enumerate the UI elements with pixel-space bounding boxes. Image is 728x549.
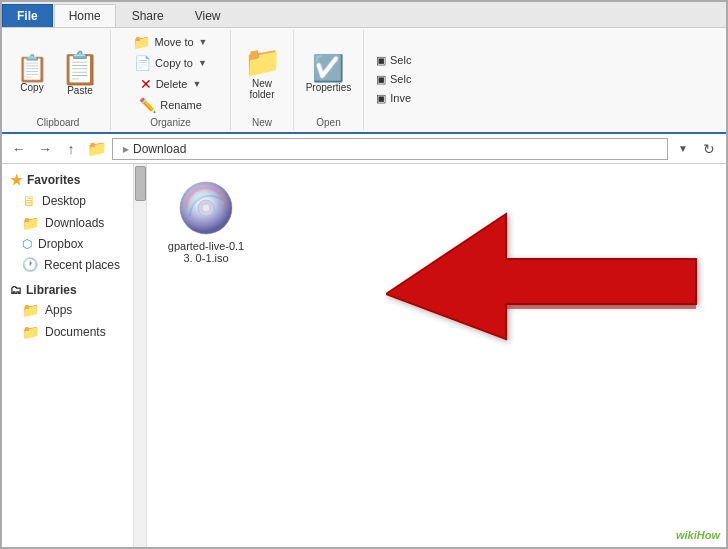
clipboard-group: 📋 Copy 📋 Paste Clipboard — [6, 30, 111, 130]
move-to-label: Move to — [154, 36, 193, 48]
organize-buttons: 📁 Move to ▼ 📄 Copy to ▼ ✕ Delete ▼ ✏️ Re… — [127, 32, 213, 115]
favorites-label: Favorites — [27, 173, 80, 187]
copy-icon: 📋 — [16, 55, 48, 81]
refresh-button[interactable]: ↻ — [698, 138, 720, 160]
select-group: ▣ Selc ▣ Selc ▣ Inve — [364, 30, 423, 130]
svg-point-3 — [202, 204, 210, 212]
rename-label: Rename — [160, 99, 202, 111]
properties-button[interactable]: ☑️ Properties — [302, 53, 356, 95]
star-icon: ★ — [10, 172, 23, 188]
sidebar-item-documents[interactable]: 📁 Documents — [2, 321, 146, 343]
wikihow-suffix: How — [697, 529, 720, 541]
new-group-label: New — [252, 115, 272, 128]
sidebar-item-apps[interactable]: 📁 Apps — [2, 299, 146, 321]
properties-label: Properties — [306, 82, 352, 93]
tab-view[interactable]: View — [180, 4, 236, 27]
new-folder-icon: 📁 — [244, 47, 281, 77]
scrollbar-thumb[interactable] — [135, 166, 146, 201]
select-buttons: ▣ Selc ▣ Selc ▣ Inve — [370, 32, 417, 126]
downloads-label: Downloads — [45, 216, 104, 230]
move-to-button[interactable]: 📁 Move to ▼ — [127, 32, 213, 52]
desktop-icon: 🖥 — [22, 193, 36, 209]
address-path[interactable]: ▸ Download — [112, 138, 668, 160]
svg-marker-4 — [386, 214, 696, 339]
copy-button[interactable]: 📋 Copy — [12, 53, 52, 95]
iso-file-icon — [178, 180, 234, 236]
sidebar: ★ Favorites 🖥 Desktop 📁 Downloads ⬡ Drop… — [2, 164, 147, 547]
open-group: ☑️ Properties Open — [294, 30, 364, 130]
rename-icon: ✏️ — [139, 97, 156, 113]
wikihow-prefix: wiki — [676, 529, 697, 541]
sidebar-item-recent[interactable]: 🕐 Recent places — [2, 254, 146, 275]
wikihow-badge: wikiHow — [676, 529, 720, 541]
documents-label: Documents — [45, 325, 106, 339]
clipboard-group-label: Clipboard — [37, 115, 80, 128]
folder-icon-btn: 📁 — [86, 138, 108, 160]
paste-icon: 📋 — [60, 52, 100, 84]
new-folder-label: New folder — [249, 78, 274, 100]
dropbox-icon: ⬡ — [22, 237, 32, 251]
apps-icon: 📁 — [22, 302, 39, 318]
properties-icon: ☑️ — [312, 55, 344, 81]
select2-button[interactable]: ▣ Selc — [370, 71, 417, 88]
libraries-icon: 🗂 — [10, 283, 22, 297]
address-path-text: Download — [133, 142, 186, 156]
ribbon-bar: 📋 Copy 📋 Paste Clipboard 📁 Move to ▼ — [2, 28, 726, 134]
copy-to-icon: 📄 — [134, 55, 151, 71]
sidebar-item-dropbox[interactable]: ⬡ Dropbox — [2, 234, 146, 254]
copy-label: Copy — [20, 82, 43, 93]
downloads-icon: 📁 — [22, 215, 39, 231]
up-button[interactable]: ↑ — [60, 138, 82, 160]
new-buttons: 📁 New folder — [237, 32, 287, 115]
dropbox-label: Dropbox — [38, 237, 83, 251]
rename-button[interactable]: ✏️ Rename — [133, 95, 208, 115]
sidebar-libraries-header[interactable]: 🗂 Libraries — [2, 275, 146, 299]
select1-label: Selc — [390, 54, 411, 66]
recent-icon: 🕐 — [22, 257, 38, 272]
back-button[interactable]: ← — [8, 138, 30, 160]
libraries-label: Libraries — [26, 283, 77, 297]
select2-label: Selc — [390, 73, 411, 85]
select2-icon: ▣ — [376, 73, 386, 86]
select3-button[interactable]: ▣ Inve — [370, 90, 417, 107]
sidebar-favorites-header[interactable]: ★ Favorites — [2, 168, 146, 190]
paste-button[interactable]: 📋 Paste — [56, 50, 104, 98]
new-group: 📁 New folder New — [231, 30, 294, 130]
file-item-iso[interactable]: gparted-live-0.13. 0-1.iso — [161, 174, 251, 270]
documents-icon: 📁 — [22, 324, 39, 340]
paste-label: Paste — [67, 85, 93, 96]
breadcrumb-separator: ▸ — [123, 142, 129, 156]
delete-label: Delete — [156, 78, 188, 90]
copy-to-arrow: ▼ — [198, 58, 207, 68]
select1-icon: ▣ — [376, 54, 386, 67]
recent-label: Recent places — [44, 258, 120, 272]
desktop-label: Desktop — [42, 194, 86, 208]
copy-to-button[interactable]: 📄 Copy to ▼ — [128, 53, 213, 73]
select3-icon: ▣ — [376, 92, 386, 105]
delete-button[interactable]: ✕ Delete ▼ — [134, 74, 208, 94]
forward-button[interactable]: → — [34, 138, 56, 160]
tab-share[interactable]: Share — [117, 4, 179, 27]
select1-button[interactable]: ▣ Selc — [370, 52, 417, 69]
file-area: gparted-live-0.13. 0-1.iso — [147, 164, 726, 547]
copy-to-label: Copy to — [155, 57, 193, 69]
new-folder-button[interactable]: 📁 New folder — [237, 45, 287, 102]
address-bar: ← → ↑ 📁 ▸ Download ▼ ↻ — [2, 134, 726, 164]
select3-label: Inve — [390, 92, 411, 104]
tab-home[interactable]: Home — [54, 4, 116, 27]
move-to-icon: 📁 — [133, 34, 150, 50]
red-arrow — [386, 194, 706, 394]
sidebar-scrollbar[interactable] — [133, 164, 146, 547]
address-dropdown[interactable]: ▼ — [672, 138, 694, 160]
iso-file-label: gparted-live-0.13. 0-1.iso — [167, 240, 245, 264]
open-buttons: ☑️ Properties — [302, 32, 356, 115]
apps-label: Apps — [45, 303, 72, 317]
delete-arrow: ▼ — [192, 79, 201, 89]
sidebar-item-downloads[interactable]: 📁 Downloads — [2, 212, 146, 234]
ribbon-tabs: File Home Share View — [2, 2, 726, 28]
window-frame: File Home Share View 📋 Copy 📋 Paste Clip… — [0, 0, 728, 549]
content-area: ★ Favorites 🖥 Desktop 📁 Downloads ⬡ Drop… — [2, 164, 726, 547]
tab-file[interactable]: File — [2, 4, 53, 27]
open-group-label: Open — [316, 115, 340, 128]
sidebar-item-desktop[interactable]: 🖥 Desktop — [2, 190, 146, 212]
